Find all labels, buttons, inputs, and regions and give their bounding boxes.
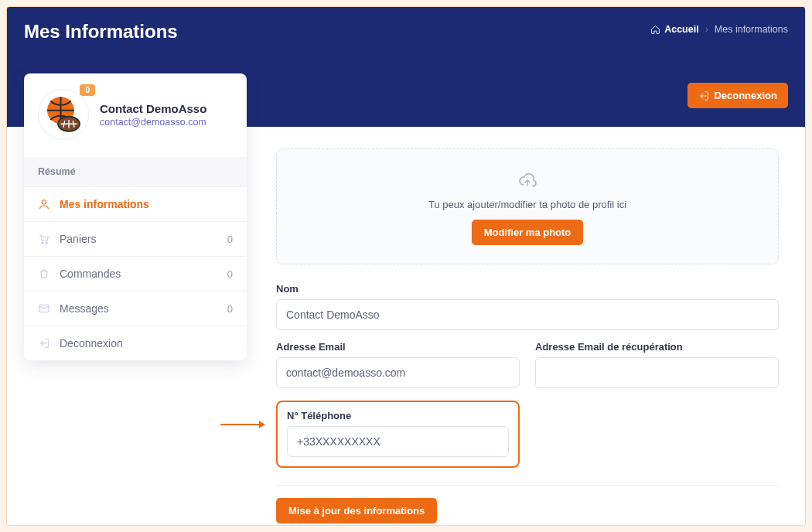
bag-icon — [38, 268, 50, 280]
phone-highlight: N° Téléphone — [276, 401, 520, 468]
sidebar-item-mes-informations[interactable]: Mes informations — [24, 186, 247, 221]
form-grid: Nom Adresse Email Adresse Email de récup… — [267, 283, 788, 471]
input-email[interactable] — [276, 357, 520, 388]
modify-photo-button[interactable]: Modifier ma photo — [472, 220, 584, 245]
upload-hint: Tu peux ajouter/modifier ta photo de pro… — [285, 199, 770, 210]
sidebar-item-messages[interactable]: Messages 0 — [24, 291, 247, 326]
svg-rect-5 — [39, 305, 49, 312]
sports-balls-icon — [42, 93, 85, 136]
profile-text: Contact DemoAsso contact@demoasso.com — [100, 102, 206, 128]
sidebar-item-count: 0 — [227, 234, 233, 245]
form-divider — [276, 485, 779, 486]
home-icon — [650, 25, 660, 35]
user-icon — [38, 198, 50, 210]
sidebar-item-label: Mes informations — [60, 198, 149, 210]
sidebar-item-commandes[interactable]: Commandes 0 — [24, 256, 247, 291]
svg-point-4 — [46, 242, 47, 244]
avatar-badge: 0 — [80, 84, 95, 96]
sidebar-item-label: Deconnexion — [60, 337, 123, 350]
app-frame: Mes Informations Accueil › Mes informati… — [6, 6, 806, 526]
svg-point-3 — [42, 242, 43, 244]
avatar — [38, 89, 89, 140]
logout-button[interactable]: Deconnexion — [687, 83, 788, 108]
logout-button-label: Deconnexion — [714, 90, 777, 101]
breadcrumb-home[interactable]: Accueil — [650, 24, 698, 35]
sidebar-item-count: 0 — [227, 303, 233, 315]
sidebar-section-label: Résumé — [24, 157, 247, 186]
photo-upload-box: Tu peux ajouter/modifier ta photo de pro… — [276, 148, 779, 264]
content-row: 0 Contact DemoAsso contact@demoasso.com … — [7, 127, 805, 526]
input-telephone[interactable] — [287, 426, 509, 457]
sidebar-item-paniers[interactable]: Paniers 0 — [24, 221, 247, 256]
breadcrumb-home-label: Accueil — [664, 24, 698, 35]
label-telephone: N° Téléphone — [287, 410, 509, 421]
label-email: Adresse Email — [276, 341, 520, 353]
sidebar-item-count: 0 — [227, 268, 233, 280]
submit-button[interactable]: Mise à jour des informations — [276, 498, 437, 523]
cloud-upload-icon — [517, 171, 538, 189]
cart-icon — [38, 233, 50, 245]
sidebar-item-label: Messages — [60, 302, 109, 315]
field-recovery-email: Adresse Email de récupération — [535, 341, 779, 388]
label-nom: Nom — [276, 283, 779, 295]
profile-block: 0 Contact DemoAsso contact@demoasso.com — [24, 73, 247, 157]
label-recovery-email: Adresse Email de récupération — [535, 341, 779, 353]
input-recovery-email[interactable] — [535, 357, 779, 388]
logout-icon — [38, 337, 50, 350]
input-nom[interactable] — [276, 299, 779, 330]
sidebar-item-label: Paniers — [60, 233, 96, 245]
sidebar-item-deconnexion[interactable]: Deconnexion — [24, 326, 247, 360]
callout-arrow-icon — [219, 419, 265, 430]
sidebar-card: 0 Contact DemoAsso contact@demoasso.com … — [24, 73, 247, 360]
sidebar-item-label: Commandes — [60, 268, 121, 280]
profile-name: Contact DemoAsso — [100, 102, 206, 115]
breadcrumb: Accueil › Mes informations — [650, 24, 788, 35]
main-area: Tu peux ajouter/modifier ta photo de pro… — [267, 127, 788, 526]
breadcrumb-current: Mes informations — [715, 24, 788, 35]
chevron-right-icon: › — [705, 24, 708, 35]
avatar-wrap: 0 — [38, 89, 89, 140]
field-nom: Nom — [276, 283, 779, 330]
field-email: Adresse Email — [276, 341, 520, 388]
profile-email[interactable]: contact@demoasso.com — [100, 117, 206, 128]
svg-point-2 — [42, 200, 46, 204]
mail-icon — [38, 302, 50, 315]
logout-icon — [698, 90, 709, 101]
